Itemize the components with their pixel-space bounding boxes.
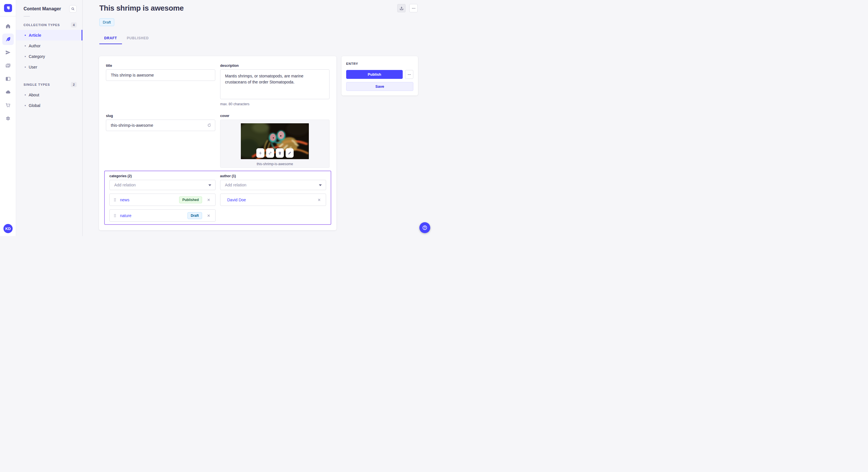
search-icon xyxy=(71,7,75,11)
subnav-title: Content Manager xyxy=(24,6,61,11)
close-icon xyxy=(207,198,210,202)
save-button[interactable]: Save xyxy=(346,82,413,91)
sidebar-item-user[interactable]: User xyxy=(16,62,82,72)
strapi-logo[interactable] xyxy=(4,4,12,12)
subnav: Content Manager COLLECTION TYPES 4 Artic… xyxy=(16,0,83,236)
header-more-button[interactable] xyxy=(409,4,417,12)
cover-image-wrap xyxy=(241,123,309,159)
sidebar-item-category[interactable]: Category xyxy=(16,51,82,62)
sidebar-item-label: Article xyxy=(29,33,41,38)
single-types-head: SINGLE TYPES 2 xyxy=(16,80,82,90)
search-button[interactable] xyxy=(69,5,76,12)
form-row-1: title description Mantis shrimps, or sto… xyxy=(106,64,330,114)
entry-more-button[interactable] xyxy=(405,70,413,79)
drag-handle-icon[interactable] xyxy=(113,198,117,202)
more-horizontal-icon xyxy=(407,72,411,76)
title-input[interactable] xyxy=(106,69,215,81)
description-hint: max. 80 characters xyxy=(220,102,330,106)
close-icon xyxy=(207,214,210,217)
collection-types-head: COLLECTION TYPES 4 xyxy=(16,21,82,30)
bullet-icon xyxy=(25,56,26,57)
sidebar-item-article[interactable]: Article xyxy=(16,30,82,40)
user-avatar[interactable]: KD xyxy=(3,224,12,233)
title-field: title xyxy=(106,64,215,114)
relation-row-nature: nature Draft xyxy=(110,209,216,222)
remove-relation-button[interactable] xyxy=(206,197,211,202)
description-field: description Mantis shrimps, or stomatopo… xyxy=(220,64,330,114)
bullet-icon xyxy=(25,45,26,46)
more-horizontal-icon xyxy=(411,6,416,11)
remove-relation-button[interactable] xyxy=(206,213,211,218)
bullet-icon xyxy=(25,105,26,106)
entry-panel: ENTRY Publish Save xyxy=(342,56,418,96)
sidebar-item-global[interactable]: Global xyxy=(16,100,82,111)
collection-types-label: COLLECTION TYPES xyxy=(24,23,60,27)
relation-link[interactable]: nature xyxy=(120,213,187,218)
single-types-section: SINGLE TYPES 2 About Global xyxy=(16,80,82,111)
strapi-logo-icon xyxy=(6,6,10,10)
collection-types-count: 4 xyxy=(71,22,76,28)
download-icon xyxy=(399,6,404,11)
bullet-icon xyxy=(25,35,26,36)
sidebar-item-label: Global xyxy=(29,103,40,108)
slug-input[interactable] xyxy=(106,120,215,131)
logo-container xyxy=(0,0,16,16)
add-asset-button[interactable] xyxy=(256,148,265,158)
images-icon[interactable] xyxy=(2,60,14,71)
relation-status-badge: Published xyxy=(179,196,202,203)
delete-asset-button[interactable] xyxy=(276,148,284,158)
sidebar-item-label: About xyxy=(29,93,39,97)
relation-link[interactable]: David Doe xyxy=(227,198,317,202)
sidebar-item-label: Category xyxy=(29,54,45,59)
categories-placeholder: Add relation xyxy=(114,183,136,187)
subnav-divider xyxy=(24,16,30,16)
cloud-icon[interactable] xyxy=(2,86,14,98)
cover-caption: this-shrimp-is-awesome xyxy=(257,162,293,166)
author-relation-select[interactable]: Add relation xyxy=(220,180,327,190)
drag-handle-icon[interactable] xyxy=(113,214,117,217)
version-tabs: DRAFT PUBLISHED xyxy=(99,34,154,44)
pencil-icon xyxy=(288,151,291,155)
sidebar-item-about[interactable]: About xyxy=(16,90,82,100)
layout-icon[interactable] xyxy=(2,73,14,85)
page-title: This shrimp is awesome xyxy=(99,4,184,12)
cover-field: cover xyxy=(220,114,330,171)
slug-label: slug xyxy=(106,114,215,118)
export-button[interactable] xyxy=(397,4,406,12)
cart-icon[interactable] xyxy=(2,100,14,111)
home-icon[interactable] xyxy=(2,20,14,32)
gear-icon[interactable] xyxy=(2,113,14,124)
cover-label: cover xyxy=(220,114,330,118)
description-label: description xyxy=(220,64,330,68)
categories-relation-select[interactable]: Add relation xyxy=(110,180,216,190)
sidebar-item-label: User xyxy=(29,65,37,69)
author-placeholder: Add relation xyxy=(225,183,247,187)
cover-actions xyxy=(256,148,293,158)
subnav-header: Content Manager xyxy=(16,0,82,15)
main-content: This shrimp is awesome Draft DRAFT PUBLI… xyxy=(83,0,434,236)
edit-asset-button[interactable] xyxy=(286,148,293,158)
edit-form-card: title description Mantis shrimps, or sto… xyxy=(99,56,336,230)
single-types-count: 2 xyxy=(71,82,76,87)
bullet-icon xyxy=(25,67,26,68)
tab-draft[interactable]: DRAFT xyxy=(99,34,122,44)
chevron-down-icon xyxy=(208,184,211,186)
publish-button[interactable]: Publish xyxy=(346,70,403,79)
copy-link-button[interactable] xyxy=(266,148,274,158)
single-types-label: SINGLE TYPES xyxy=(24,83,50,86)
paper-plane-icon[interactable] xyxy=(2,47,14,58)
relation-status-badge: Draft xyxy=(187,212,202,219)
regenerate-slug-button[interactable] xyxy=(205,121,214,130)
relation-row-author: David Doe xyxy=(220,194,327,206)
sidebar-item-author[interactable]: Author xyxy=(16,40,82,51)
tab-published[interactable]: PUBLISHED xyxy=(122,34,154,44)
relation-link[interactable]: news xyxy=(120,198,179,202)
remove-relation-button[interactable] xyxy=(317,197,322,202)
relations-highlight-box: categories (2) Add relation news Publish… xyxy=(104,171,331,225)
description-input[interactable]: Mantis shrimps, or stomatopods, are mari… xyxy=(220,69,330,99)
sidebar-item-label: Author xyxy=(29,43,40,48)
help-button[interactable] xyxy=(420,222,430,233)
feather-icon[interactable] xyxy=(2,34,14,45)
slug-input-wrap xyxy=(106,120,215,131)
form-row-2: slug cover xyxy=(106,114,330,171)
